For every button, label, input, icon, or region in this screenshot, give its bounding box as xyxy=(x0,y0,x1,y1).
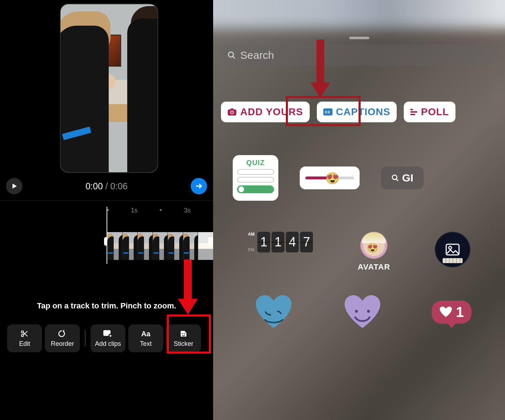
svg-point-14 xyxy=(367,310,370,313)
time-sticker[interactable]: AM PM 1 1 4 7 xyxy=(248,232,313,252)
purple-heart-sticker[interactable] xyxy=(343,294,382,330)
edit-button[interactable]: Edit xyxy=(7,324,42,352)
next-button[interactable] xyxy=(191,178,207,194)
time-current: 0:00 xyxy=(86,181,103,191)
annotation-highlight-sticker xyxy=(167,314,211,354)
heart-eyes-emoji-icon: 😍 xyxy=(325,171,340,185)
gif-sticker[interactable]: GI xyxy=(381,167,424,189)
annotation-highlight-captions xyxy=(286,96,361,126)
time-total: 0:06 xyxy=(110,181,128,191)
svg-rect-11 xyxy=(446,244,459,255)
add-clips-icon xyxy=(103,329,113,338)
svg-point-6 xyxy=(228,52,233,57)
svg-point-1 xyxy=(21,334,24,337)
ruler-3s: 3s xyxy=(184,207,191,214)
clip-timeline[interactable] xyxy=(107,232,213,260)
blue-heart-sticker[interactable] xyxy=(254,294,293,330)
heart-icon xyxy=(439,306,452,318)
poll-sticker[interactable]: POLL xyxy=(404,102,455,122)
search-icon xyxy=(227,51,236,60)
video-preview[interactable] xyxy=(60,4,158,173)
sticker-search[interactable]: Search xyxy=(221,45,497,66)
image-icon xyxy=(445,244,460,256)
ampm-indicator: AM PM xyxy=(248,232,255,252)
svg-point-0 xyxy=(21,331,24,333)
sheet-grabber[interactable] xyxy=(349,37,369,39)
ruler-1s: 1s xyxy=(131,207,138,214)
text-button[interactable]: Aa Text xyxy=(128,324,163,352)
avatar-sticker[interactable]: 😍 AVATAR xyxy=(358,232,390,272)
sticker-row-4: 1 xyxy=(229,294,496,330)
camera-icon xyxy=(227,108,237,116)
trim-handle-right[interactable] xyxy=(208,237,213,246)
sticker-row-2: QUIZ 😍 GI xyxy=(233,155,424,201)
playhead[interactable] xyxy=(107,207,107,264)
reorder-icon xyxy=(58,329,67,338)
sticker-row-3: AM PM 1 1 4 7 😍 AVATAR xyxy=(226,232,493,272)
story-editor-pane: 0:00 / 0:06 1s 3s Tap on a track to trim… xyxy=(0,0,213,420)
svg-point-10 xyxy=(392,175,397,180)
svg-point-9 xyxy=(231,111,233,113)
sticker-sheet[interactable]: Search ADD YOURS cc CAPTIONS P xyxy=(213,34,505,420)
emoji-slider-sticker[interactable]: 😍 xyxy=(300,167,360,189)
poll-icon xyxy=(410,109,417,115)
reorder-button[interactable]: Reorder xyxy=(45,324,80,352)
annotation-arrow-icon xyxy=(316,40,336,98)
add-clips-button[interactable]: Add clips xyxy=(91,324,125,352)
sticker-sheet-pane: Search ADD YOURS cc CAPTIONS P xyxy=(213,0,505,420)
quiz-sticker[interactable]: QUIZ xyxy=(233,155,278,201)
like-count-sticker[interactable]: 1 xyxy=(432,301,471,324)
svg-point-12 xyxy=(449,246,452,249)
scissors-icon xyxy=(20,329,29,338)
playback-time: 0:00 / 0:06 xyxy=(0,181,213,191)
svg-point-13 xyxy=(355,310,358,313)
divider xyxy=(0,200,213,201)
gallery-sticker[interactable] xyxy=(435,232,470,267)
search-icon xyxy=(391,174,399,182)
search-placeholder: Search xyxy=(240,49,274,61)
annotation-arrow-icon xyxy=(184,260,204,314)
avatar-icon: 😍 xyxy=(360,232,387,259)
divider xyxy=(85,330,86,347)
text-icon: Aa xyxy=(141,329,150,338)
